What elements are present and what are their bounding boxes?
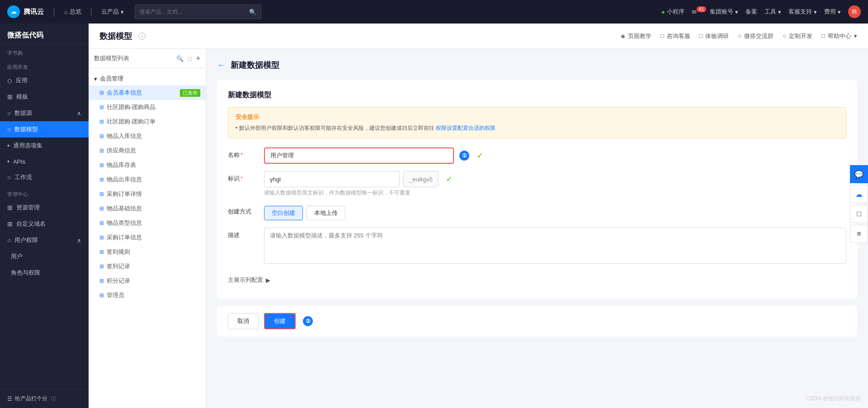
- action-tutorial[interactable]: ◈ 页面教学: [621, 32, 651, 40]
- sidebar-item-workflow[interactable]: ○ 工作流: [0, 169, 89, 185]
- logo[interactable]: ☁ 腾讯云: [7, 5, 44, 18]
- action-survey[interactable]: □ 体验调研: [699, 32, 729, 40]
- table-icon: ⊞: [99, 234, 104, 241]
- action-custom[interactable]: ○ 定制开发: [783, 32, 812, 40]
- sidebar-item-label: 用户权限: [14, 236, 38, 244]
- model-item-community-group[interactable]: ⊞ 社区团购-团购商品: [89, 100, 206, 114]
- mini-program-btn[interactable]: ● 小程序: [661, 8, 684, 16]
- group-label: 会员管理: [100, 75, 123, 83]
- identifier-field-row: 标识* _euikgv5 ✓ 请输入数据模型英文标识，作为数据模型唯一标识，不可…: [228, 171, 846, 197]
- table-icon: ⊞: [99, 133, 104, 139]
- model-item-goods-basic[interactable]: ⊞ 物品基础信息: [89, 201, 206, 216]
- community-label: 微搭交流群: [744, 32, 774, 40]
- search-input[interactable]: [140, 9, 249, 15]
- tools-btn[interactable]: 工具 ▾: [764, 8, 781, 16]
- sidebar-item-template[interactable]: ⊞ 模板: [0, 89, 89, 105]
- nav-right-section: ● 小程序 ✉ 41 集团账号 ▾ 备案 工具 ▾ 客服支持 ▾ 费用 ▾ 韩: [661, 5, 861, 18]
- description-input[interactable]: [264, 228, 846, 264]
- float-menu-btn[interactable]: ≡: [850, 225, 868, 243]
- create-method-control: 空白创建 本地上传: [264, 204, 846, 220]
- sidebar-item-datasource[interactable]: ○ 数据源 ∧: [0, 105, 89, 121]
- model-item-checkin-rule[interactable]: ⊞ 签到规则: [89, 245, 206, 259]
- cancel-button[interactable]: 取消: [228, 313, 259, 329]
- sidebar-item-label: APIs: [13, 158, 25, 165]
- action-help[interactable]: □ 帮助中心 ▾: [821, 32, 857, 40]
- model-item-stock-out[interactable]: ⊞ 物品出库信息: [89, 172, 206, 187]
- support-btn[interactable]: 客服支持 ▾: [788, 8, 817, 16]
- logo-icon: ☁: [7, 5, 20, 18]
- create-method-row: 创建方式 空白创建 本地上传: [228, 204, 846, 220]
- sidebar-item-permissions[interactable]: ○ 用户权限 ∧: [0, 232, 89, 248]
- model-item-label: 物品库存表: [107, 161, 136, 169]
- sidebar-item-roles[interactable]: 角色与权限: [0, 265, 89, 281]
- alert-link[interactable]: 权限设置配置合适的权限: [436, 125, 495, 131]
- form-header: ← 新建数据模型: [217, 60, 857, 71]
- sidebar-item-resource[interactable]: ⊞ 资源管理: [0, 199, 89, 216]
- create-button[interactable]: 创建: [264, 313, 296, 329]
- model-item-member-basic[interactable]: ⊞ 会员基本信息 已发布: [89, 85, 206, 100]
- float-book-btn[interactable]: □: [850, 205, 868, 223]
- identifier-label: 标识*: [228, 171, 264, 183]
- app-icon: ◇: [7, 77, 12, 84]
- backup-btn[interactable]: 备案: [745, 8, 757, 16]
- chevron-down-group: ▾: [94, 76, 97, 82]
- model-group-member[interactable]: ▾ 会员管理: [89, 72, 206, 85]
- float-chat-btn[interactable]: 💬: [850, 165, 868, 183]
- sidebar-item-users[interactable]: 用户: [0, 248, 89, 265]
- back-button[interactable]: ←: [217, 61, 225, 70]
- sidebar-item-apis[interactable]: • APIs: [0, 154, 89, 169]
- add-list-icon[interactable]: +: [196, 54, 200, 62]
- search-list-icon[interactable]: 🔍: [176, 55, 184, 62]
- chevron-down-icon-perm: ∧: [77, 237, 81, 244]
- sidebar-item-options[interactable]: • 通用选项集: [0, 138, 89, 154]
- identifier-input[interactable]: [264, 171, 400, 187]
- rate-product[interactable]: ☰ 给产品打个分 ⓘ: [0, 389, 89, 408]
- search-box[interactable]: 🔍: [135, 5, 261, 19]
- cost-btn[interactable]: 费用 ▾: [824, 8, 841, 16]
- page-title: 数据模型: [99, 31, 132, 42]
- identifier-check-icon: ✓: [446, 174, 453, 184]
- account-btn[interactable]: ✉ 41 集团账号 ▾: [692, 8, 738, 16]
- sidebar-item-datamodel[interactable]: ○ 数据模型: [0, 121, 89, 138]
- model-item-inventory[interactable]: ⊞ 物品库存表: [89, 158, 206, 172]
- sidebar-section-prev: 字节跑: [0, 44, 89, 58]
- sidebar-item-app[interactable]: ◇ 应用: [0, 72, 89, 89]
- chevron-down-icon5: ▾: [838, 9, 841, 15]
- mini-program-icon: ●: [661, 9, 665, 15]
- home-link[interactable]: ⌂ 总览: [64, 8, 81, 16]
- chevron-down-icon: ▾: [121, 9, 124, 15]
- sidebar-item-label: 通用选项集: [13, 142, 42, 150]
- model-item-purchase-info[interactable]: ⊞ 采购订单信息: [89, 230, 206, 245]
- model-item-checkin-record[interactable]: ⊞ 签到记录: [89, 259, 206, 274]
- info-icon-header[interactable]: i: [138, 33, 146, 40]
- copy-list-icon[interactable]: □: [188, 55, 192, 62]
- model-item-label: 会员基本信息: [107, 89, 142, 97]
- form-panel: ← 新建数据模型 新建数据模型 安全提示 • 默认外部用户权限和默认访客权限可能…: [206, 49, 868, 408]
- name-check-icon: ✓: [476, 151, 483, 161]
- local-upload-btn[interactable]: 本地上传: [307, 206, 345, 220]
- user-avatar[interactable]: 韩: [848, 5, 861, 18]
- model-item-purchase-detail[interactable]: ⊞ 采购订单详情: [89, 187, 206, 201]
- rate-label: 给产品打个分: [15, 395, 47, 403]
- name-input[interactable]: [264, 147, 454, 164]
- action-community[interactable]: ○ 微搭交流群: [738, 32, 774, 40]
- model-item-goods-stock-in[interactable]: ⊞ 物品入库信息: [89, 129, 206, 143]
- model-item-manager[interactable]: ⊞ 管理员: [89, 288, 206, 303]
- model-item-supplier[interactable]: ⊞ 供应商信息: [89, 143, 206, 158]
- sidebar-brand: 微搭低代码: [0, 24, 89, 44]
- model-item-community-order[interactable]: ⊞ 社区团购-团购订单: [89, 114, 206, 129]
- display-config[interactable]: 主展示列配置 ▶: [228, 272, 846, 288]
- page-header-left: 数据模型 i: [99, 31, 146, 42]
- model-list-header: 数据模型列表 🔍 □ +: [89, 49, 206, 68]
- float-cloud-btn[interactable]: ☁: [850, 185, 868, 203]
- sidebar-item-domain[interactable]: ⊞ 自定义域名: [0, 216, 89, 232]
- cloud-products-link[interactable]: 云产品 ▾: [101, 8, 124, 16]
- model-item-goods-category[interactable]: ⊞ 物品类型信息: [89, 216, 206, 230]
- table-icon: ⊞: [99, 176, 104, 183]
- main-body: 数据模型列表 🔍 □ + ▾ 会员管理 ⊞ 会员基本信息: [89, 49, 868, 408]
- action-consult[interactable]: □ 咨询客服: [660, 32, 690, 40]
- model-item-points[interactable]: ⊞ 积分记录: [89, 274, 206, 288]
- blank-create-btn[interactable]: 空白创建: [264, 206, 303, 220]
- permissions-icon: ○: [7, 237, 11, 244]
- model-item-label: 物品基础信息: [107, 204, 142, 213]
